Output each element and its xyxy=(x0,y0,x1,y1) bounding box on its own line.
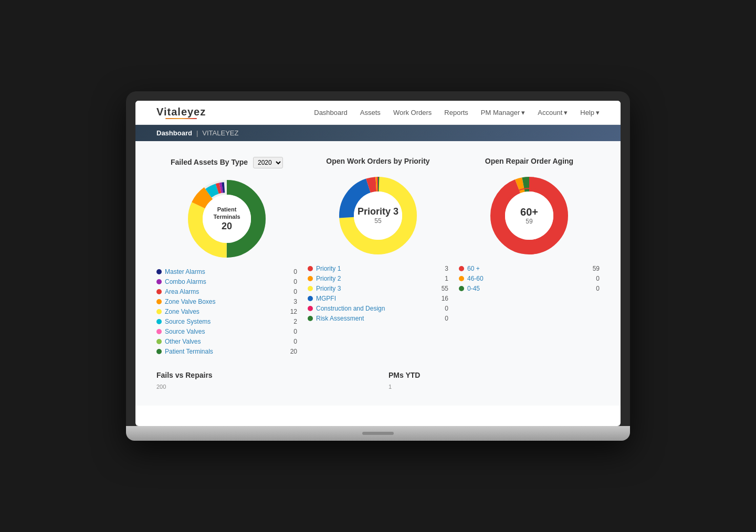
legend-label-risk[interactable]: Risk Assessment xyxy=(316,315,364,322)
legend-dot-mgpfi xyxy=(308,296,313,301)
laptop-notch xyxy=(362,432,394,435)
legend-item: Risk Assessment 0 xyxy=(308,315,448,322)
nav-links: Dashboard Assets Work Orders Reports PM … xyxy=(314,109,600,116)
work-orders-title: Open Work Orders by Priority xyxy=(326,157,429,165)
nav-assets[interactable]: Assets xyxy=(360,109,381,116)
legend-item: Priority 3 55 xyxy=(308,285,448,292)
legend-item: Master Alarms 0 xyxy=(156,268,297,275)
nav-dashboard[interactable]: Dashboard xyxy=(314,109,348,116)
legend-dot-60plus xyxy=(459,266,464,271)
legend-label-60plus[interactable]: 60 + xyxy=(467,265,480,272)
legend-dot-area xyxy=(156,289,162,294)
legend-label-p2[interactable]: Priority 2 xyxy=(316,275,341,282)
legend-dot-p2 xyxy=(308,276,313,281)
failed-assets-donut: Patient Terminals 20 xyxy=(185,177,269,261)
legend-dot-other-valves xyxy=(156,339,162,344)
legend-item: Source Systems 2 xyxy=(156,318,297,325)
legend-dot-patient-terminals xyxy=(156,349,162,354)
breadcrumb-separator: | xyxy=(196,129,198,137)
breadcrumb-active: Dashboard xyxy=(156,129,192,137)
laptop-base xyxy=(126,426,630,441)
logo-underline xyxy=(165,118,197,119)
legend-dot-construction xyxy=(308,306,313,311)
work-orders-legend: Priority 1 3 Priority 2 1 xyxy=(308,265,448,322)
chevron-down-icon: ▾ xyxy=(564,109,568,116)
breadcrumb-bar: Dashboard | VITALEYEZ xyxy=(135,125,621,141)
legend-item: Priority 2 1 xyxy=(308,275,448,282)
legend-label-other-valves[interactable]: Other Valves xyxy=(165,338,201,345)
legend-label-46-60[interactable]: 46-60 xyxy=(467,275,484,282)
legend-item: Source Valves 0 xyxy=(156,328,297,335)
logo-text: Vitaleyez xyxy=(156,106,206,118)
work-orders-donut: Priority 3 55 xyxy=(336,174,420,258)
navbar: Vitaleyez Dashboard Assets Work Orders R… xyxy=(135,101,621,125)
legend-item: Other Valves 0 xyxy=(156,338,297,345)
legend-label-area[interactable]: Area Alarms xyxy=(165,288,199,295)
work-orders-center: Priority 3 55 xyxy=(358,207,398,225)
legend-item: Area Alarms 0 xyxy=(156,288,297,295)
legend-dot-zone-valve-boxes xyxy=(156,299,162,304)
failed-assets-legend: Master Alarms 0 Combo Alarms 0 xyxy=(156,268,297,355)
legend-label-mgpfi[interactable]: MGPFI xyxy=(316,295,336,302)
legend-dot-source-valves xyxy=(156,329,162,334)
legend-label-construction[interactable]: Construction and Design xyxy=(316,305,385,312)
legend-item: 60 + 59 xyxy=(459,265,600,272)
pms-ytd-title: PMs YTD xyxy=(388,371,600,379)
legend-label-zone-valves[interactable]: Zone Valves xyxy=(165,308,200,315)
nav-account[interactable]: Account ▾ xyxy=(538,109,568,116)
legend-dot-combo xyxy=(156,279,162,284)
legend-item: Zone Valves 12 xyxy=(156,308,297,315)
legend-dot-46-60 xyxy=(459,276,464,281)
logo: Vitaleyez xyxy=(156,106,206,119)
nav-pm-manager[interactable]: PM Manager ▾ xyxy=(481,109,525,116)
main-content: Failed Assets By Type 2020 2019 2021 xyxy=(135,141,621,406)
charts-row: Failed Assets By Type 2020 2019 2021 xyxy=(156,157,600,355)
breadcrumb-sub: VITALEYEZ xyxy=(202,129,238,137)
legend-label-p1[interactable]: Priority 1 xyxy=(316,265,341,272)
failed-assets-title: Failed Assets By Type 2020 2019 2021 xyxy=(171,157,283,168)
repair-aging-title: Open Repair Order Aging xyxy=(485,157,573,165)
year-select[interactable]: 2020 2019 2021 xyxy=(253,157,283,168)
fails-vs-repairs-section: Fails vs Repairs 200 xyxy=(156,371,368,390)
legend-label-combo[interactable]: Combo Alarms xyxy=(165,278,206,285)
legend-dot-master xyxy=(156,269,162,274)
pms-ytd-section: PMs YTD 1 xyxy=(388,371,600,390)
legend-label-0-45[interactable]: 0-45 xyxy=(467,285,480,292)
legend-item: Zone Valve Boxes 3 xyxy=(156,298,297,305)
legend-item: 0-45 0 xyxy=(459,285,600,292)
legend-label-patient-terminals[interactable]: Patient Terminals xyxy=(165,348,213,355)
failed-assets-center: Patient Terminals 20 xyxy=(206,206,248,232)
legend-item: Patient Terminals 20 xyxy=(156,348,297,355)
legend-item: Priority 1 3 xyxy=(308,265,448,272)
legend-label-master[interactable]: Master Alarms xyxy=(165,268,205,275)
nav-work-orders[interactable]: Work Orders xyxy=(393,109,432,116)
chevron-down-icon: ▾ xyxy=(596,109,600,116)
bottom-row: Fails vs Repairs 200 PMs YTD 1 xyxy=(156,371,600,390)
failed-assets-section: Failed Assets By Type 2020 2019 2021 xyxy=(156,157,297,355)
nav-help[interactable]: Help ▾ xyxy=(580,109,600,116)
legend-dot-risk xyxy=(308,316,313,321)
chevron-down-icon: ▾ xyxy=(521,109,525,116)
legend-label-p3[interactable]: Priority 3 xyxy=(316,285,341,292)
legend-dot-source-systems xyxy=(156,319,162,324)
legend-dot-p1 xyxy=(308,266,313,271)
repair-aging-legend: 60 + 59 46-60 0 xyxy=(459,265,600,292)
pms-ytd-axis: 1 xyxy=(388,384,600,390)
repair-aging-section: Open Repair Order Aging xyxy=(459,157,600,292)
legend-dot-zone-valves xyxy=(156,309,162,314)
legend-label-source-valves[interactable]: Source Valves xyxy=(165,328,205,335)
fails-vs-repairs-axis: 200 xyxy=(156,384,368,390)
legend-item: MGPFI 16 xyxy=(308,295,448,302)
repair-aging-donut: 60+ 59 xyxy=(487,174,571,258)
legend-item: Combo Alarms 0 xyxy=(156,278,297,285)
laptop-frame: Vitaleyez Dashboard Assets Work Orders R… xyxy=(126,91,630,441)
fails-vs-repairs-title: Fails vs Repairs xyxy=(156,371,368,379)
legend-label-source-systems[interactable]: Source Systems xyxy=(165,318,211,325)
repair-aging-center: 60+ 59 xyxy=(520,206,538,225)
laptop-screen: Vitaleyez Dashboard Assets Work Orders R… xyxy=(135,101,621,426)
legend-label-zone-valve-boxes[interactable]: Zone Valve Boxes xyxy=(165,298,216,305)
legend-item: Construction and Design 0 xyxy=(308,305,448,312)
work-orders-section: Open Work Orders by Priority xyxy=(308,157,448,322)
nav-reports[interactable]: Reports xyxy=(444,109,468,116)
legend-dot-p3 xyxy=(308,286,313,291)
